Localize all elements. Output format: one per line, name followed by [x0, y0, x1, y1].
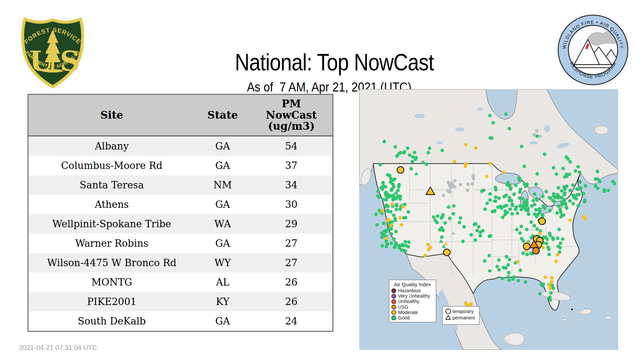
nowcast-table: SiteStatePMNowCast(ug/m3) AlbanyGA54Colu…	[28, 94, 333, 332]
good-monitor-dot	[474, 238, 477, 242]
good-monitor-dot	[532, 199, 535, 202]
legend-item-label: Very Unhealthy	[398, 293, 430, 299]
good-monitor-dot	[501, 216, 505, 219]
good-monitor-dot	[488, 269, 492, 273]
good-monitor-dot	[497, 268, 501, 272]
good-monitor-dot	[612, 182, 616, 185]
table-row: Wilson-4475 W Bronco RdWY27	[28, 253, 333, 273]
marker-legend-label: temporary	[452, 309, 474, 314]
good-monitor-dot	[519, 187, 523, 191]
table-row: MONTGAL26	[28, 273, 333, 292]
good-monitor-dot	[515, 205, 518, 209]
good-monitor-dot	[399, 151, 402, 155]
good-monitor-dot	[382, 222, 386, 225]
good-monitor-dot	[508, 258, 512, 261]
table-row: Santa TeresaNM34	[28, 175, 333, 195]
table-cell: 27	[250, 253, 333, 273]
good-monitor-dot	[488, 192, 492, 196]
good-monitor-dot	[535, 227, 539, 231]
good-monitor-dot	[425, 162, 429, 166]
good-monitor-dot	[577, 187, 580, 191]
good-monitor-dot	[525, 201, 529, 205]
good-monitor-dot	[406, 146, 410, 150]
good-monitor-dot	[395, 204, 398, 207]
good-monitor-dot	[433, 219, 437, 222]
moderate-monitor-dot	[464, 165, 467, 168]
small-station-dot	[571, 308, 573, 310]
good-monitor-dot	[469, 233, 473, 237]
moderate-monitor-dot	[550, 276, 554, 280]
table-row: PIKE2001KY26	[28, 292, 333, 311]
good-monitor-dot	[517, 279, 520, 283]
good-monitor-dot	[596, 177, 600, 181]
good-monitor-dot	[533, 192, 537, 196]
missing-monitor-dot	[466, 182, 470, 186]
good-monitor-dot	[404, 244, 408, 247]
good-monitor-dot	[497, 258, 501, 262]
table-cell: 26	[250, 292, 333, 311]
missing-monitor-dot	[450, 181, 453, 185]
legend-color-dot	[392, 316, 396, 320]
good-monitor-dot	[389, 194, 393, 198]
missing-monitor-dot	[471, 174, 475, 178]
table-row: Columbus-Moore RdGA37	[28, 156, 333, 175]
good-monitor-dot	[461, 240, 465, 243]
good-monitor-dot	[582, 192, 585, 195]
table-cell: WY	[195, 253, 250, 273]
moderate-monitor-dot	[502, 171, 505, 174]
good-monitor-dot	[379, 163, 382, 167]
good-monitor-dot	[380, 235, 384, 239]
good-monitor-dot	[533, 203, 537, 206]
good-monitor-dot	[404, 249, 407, 253]
good-monitor-dot	[443, 221, 447, 225]
good-monitor-dot	[436, 214, 440, 218]
good-monitor-dot	[440, 226, 444, 230]
good-monitor-dot	[462, 225, 466, 229]
missing-monitor-dot	[459, 183, 463, 187]
table-cell: GA	[195, 311, 250, 331]
moderate-monitor-dot	[464, 143, 468, 146]
good-monitor-dot	[385, 242, 389, 246]
legend-item-label: Good	[398, 315, 410, 320]
good-monitor-dot	[547, 253, 551, 256]
good-monitor-dot	[534, 183, 538, 186]
good-monitor-dot	[533, 213, 537, 216]
good-monitor-dot	[521, 197, 525, 200]
good-monitor-dot	[543, 153, 546, 156]
moderate-monitor-dot	[548, 284, 551, 287]
good-monitor-dot	[376, 189, 380, 193]
missing-monitor-dot	[442, 194, 445, 197]
good-monitor-dot	[552, 166, 555, 170]
table-cell: Albany	[28, 136, 195, 156]
moderate-monitor-dot	[541, 246, 545, 249]
good-monitor-dot	[441, 213, 445, 217]
good-monitor-dot	[392, 195, 396, 199]
good-monitor-dot	[507, 196, 511, 199]
good-monitor-dot	[577, 204, 580, 207]
good-monitor-dot	[607, 189, 610, 192]
good-monitor-dot	[494, 188, 498, 192]
table-cell: KY	[195, 292, 250, 311]
table-cell: 34	[250, 175, 333, 195]
good-monitor-dot	[398, 207, 402, 211]
moderate-monitor-dot	[423, 254, 427, 257]
highlighted-monitor-circle	[539, 218, 545, 225]
good-monitor-dot	[507, 271, 511, 275]
good-monitor-dot	[413, 150, 416, 154]
good-monitor-dot	[556, 237, 559, 240]
good-monitor-dot	[388, 174, 391, 177]
good-monitor-dot	[490, 136, 494, 140]
good-monitor-dot	[488, 114, 492, 118]
table-row: South DeKalbGA24	[28, 311, 333, 331]
aqi-legend-title: Air Quality Index	[394, 282, 431, 287]
table-cell: 54	[250, 136, 333, 156]
good-monitor-dot	[541, 194, 545, 198]
good-monitor-dot	[515, 228, 519, 231]
good-monitor-dot	[584, 184, 587, 188]
good-monitor-dot	[381, 187, 384, 191]
good-monitor-dot	[521, 251, 525, 255]
good-monitor-dot	[518, 231, 522, 235]
good-monitor-dot	[519, 268, 522, 272]
good-monitor-dot	[392, 237, 396, 241]
good-monitor-dot	[489, 234, 492, 238]
